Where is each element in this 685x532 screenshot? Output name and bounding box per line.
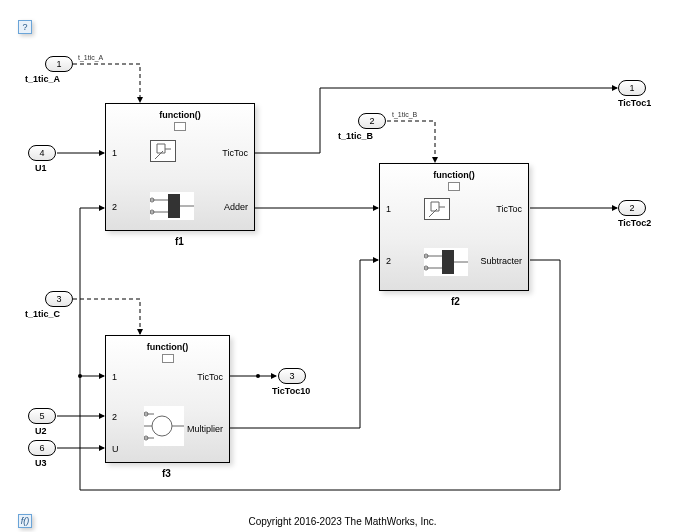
f2-out2: Subtracter: [480, 256, 522, 266]
f2-bus-icon: [424, 248, 468, 276]
outport-TicToc2-label: TicToc2: [618, 218, 651, 228]
inport-U1-label: U1: [35, 163, 47, 173]
f3-in1-num: 1: [112, 372, 117, 382]
f2-delay-icon: [424, 198, 450, 220]
subsystem-f3[interactable]: function() 1 2 U TicToc Multiplier: [105, 335, 230, 463]
wire-layer: [0, 0, 685, 532]
f2-in2-num: 2: [386, 256, 391, 266]
outport-TicToc2[interactable]: 2: [618, 200, 646, 216]
inport-t1tic-B-tiny: t_1tic_B: [392, 111, 417, 118]
inport-U2-label: U2: [35, 426, 47, 436]
inport-U1[interactable]: 4: [28, 145, 56, 161]
inport-t1tic-A[interactable]: 1: [45, 56, 73, 72]
subsystem-f2[interactable]: function() 1 2 TicToc Subtracter: [379, 163, 529, 291]
svg-rect-2: [168, 194, 180, 218]
subsystem-f1[interactable]: function() 1 2 TicToc Adder: [105, 103, 255, 231]
svg-point-0: [78, 374, 82, 378]
f3-inU-num: U: [112, 444, 119, 454]
port-num: 6: [39, 443, 44, 453]
port-num: 3: [56, 294, 61, 304]
inport-U3[interactable]: 6: [28, 440, 56, 456]
inport-t1tic-B-label: t_1tic_B: [338, 131, 373, 141]
outport-TicToc1[interactable]: 1: [618, 80, 646, 96]
inport-t1tic-A-tiny: t_1tic_A: [78, 54, 103, 61]
outport-TicToc10[interactable]: 3: [278, 368, 306, 384]
inport-t1tic-A-label: t_1tic_A: [25, 74, 60, 84]
f1-out1: TicToc: [222, 148, 248, 158]
outport-TicToc1-label: TicToc1: [618, 98, 651, 108]
f1-bus-icon: [150, 192, 194, 220]
f2-out1: TicToc: [496, 204, 522, 214]
copyright-text: Copyright 2016-2023 The MathWorks, Inc.: [0, 516, 685, 527]
f3-mux-icon: [144, 406, 184, 446]
inport-t1tic-C-label: t_1tic_C: [25, 309, 60, 319]
subsystem-f1-name: f1: [175, 236, 184, 247]
port-num: 4: [39, 148, 44, 158]
f3-out1: TicToc: [197, 372, 223, 382]
f2-fn-label: function(): [380, 170, 528, 180]
f3-fn-icon: [162, 354, 174, 363]
port-num: 1: [629, 83, 634, 93]
inport-t1tic-C[interactable]: 3: [45, 291, 73, 307]
f2-fn-icon: [448, 182, 460, 191]
outport-TicToc10-label: TicToc10: [272, 386, 310, 396]
port-num: 3: [289, 371, 294, 381]
f1-in2-num: 2: [112, 202, 117, 212]
f1-delay-icon: [150, 140, 176, 162]
port-num: 1: [56, 59, 61, 69]
f3-fn-label: function(): [106, 342, 229, 352]
svg-rect-5: [442, 250, 454, 274]
svg-point-1: [256, 374, 260, 378]
f1-out2: Adder: [224, 202, 248, 212]
port-num: 2: [369, 116, 374, 126]
subsystem-f3-name: f3: [162, 468, 171, 479]
port-num: 5: [39, 411, 44, 421]
f3-out2: Multiplier: [187, 424, 223, 434]
help-badge[interactable]: ?: [18, 20, 32, 34]
f1-fn-icon: [174, 122, 186, 131]
subsystem-f2-name: f2: [451, 296, 460, 307]
port-num: 2: [629, 203, 634, 213]
f2-in1-num: 1: [386, 204, 391, 214]
inport-U2[interactable]: 5: [28, 408, 56, 424]
f1-fn-label: function(): [106, 110, 254, 120]
inport-t1tic-B[interactable]: 2: [358, 113, 386, 129]
f3-in2-num: 2: [112, 412, 117, 422]
f1-in1-num: 1: [112, 148, 117, 158]
svg-point-8: [152, 416, 172, 436]
inport-U3-label: U3: [35, 458, 47, 468]
